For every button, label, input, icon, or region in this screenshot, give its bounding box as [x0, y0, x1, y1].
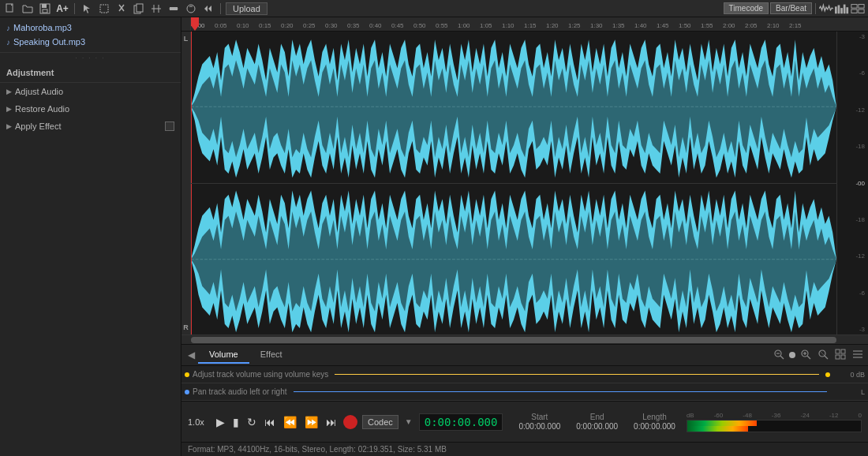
meter-bar-bottom — [687, 426, 748, 432]
zoom-fit-icon[interactable] — [816, 349, 830, 362]
copy-icon[interactable] — [132, 2, 146, 16]
playhead-L — [191, 32, 192, 183]
svg-rect-68 — [836, 355, 840, 359]
rewind-button[interactable]: ⏪ — [282, 414, 298, 430]
waveform-view-icon[interactable] — [819, 2, 833, 16]
adjust-audio-item[interactable]: ▶ Adjust Audio — [0, 83, 181, 100]
silence-icon[interactable] — [166, 2, 181, 16]
reverse-icon[interactable] — [201, 2, 215, 16]
timeline-ruler: 0:00 0:05 0:10 0:15 0:20 0:25 0:30 0:35 … — [191, 17, 836, 31]
upload-button[interactable]: Upload — [226, 2, 268, 15]
play-button[interactable]: ▶ — [215, 414, 226, 430]
tab-right-controls — [772, 349, 865, 362]
svg-text:1:25: 1:25 — [568, 22, 581, 29]
fast-forward-button[interactable]: ⏩ — [303, 414, 320, 430]
save-icon[interactable] — [38, 2, 52, 16]
track-item-2[interactable]: ♪ Speaking Out.mp3 — [0, 35, 181, 49]
svg-text:1:50: 1:50 — [679, 22, 691, 29]
select-icon[interactable] — [97, 2, 111, 16]
mix-icon[interactable] — [184, 2, 198, 16]
svg-text:0:25: 0:25 — [303, 22, 316, 29]
status-text: Format: MP3, 44100Hz, 16-bits, Stereo, L… — [188, 445, 447, 454]
track-name-1: Mahoroba.mp3 — [13, 23, 72, 32]
stop-button[interactable]: ▮ — [231, 414, 241, 430]
length-val: 0:00:00.000 — [634, 422, 675, 431]
svg-text:2:00: 2:00 — [723, 22, 735, 29]
svg-text:1:30: 1:30 — [590, 22, 603, 29]
svg-text:0:05: 0:05 — [215, 22, 227, 29]
barbeat-button[interactable]: Bar/Beat — [770, 2, 812, 14]
db-label-00: -00 — [839, 180, 866, 187]
svg-text:1:20: 1:20 — [546, 22, 559, 29]
skip-start-button[interactable]: ⏮ — [263, 414, 277, 430]
trim-icon[interactable] — [149, 2, 163, 16]
svg-text:0:30: 0:30 — [325, 22, 338, 29]
track-list: ♪ Mahoroba.mp3 ♪ Speaking Out.mp3 — [0, 17, 181, 53]
toolbar-right: Timecode Bar/Beat — [724, 2, 865, 16]
cut-icon[interactable] — [114, 2, 129, 16]
db-label-12: -12 — [839, 107, 866, 114]
db-label-3-bot: -3 — [839, 326, 866, 333]
effect-square-icon[interactable] — [165, 121, 174, 131]
svg-line-65 — [820, 351, 825, 356]
level-meter-container: dB -60 -48 -36 -24 -12 0 — [687, 412, 862, 432]
svg-text:1:35: 1:35 — [612, 22, 625, 29]
apply-effect-label: Apply Effect — [15, 121, 62, 131]
tab-effect[interactable]: Effect — [249, 346, 294, 364]
tabs-bar: ◀ Volume Effect — [181, 344, 868, 366]
separator-2 — [220, 3, 221, 14]
record-button[interactable] — [343, 415, 357, 429]
svg-line-60 — [807, 356, 810, 359]
timeline-header: 0:00 0:05 0:10 0:15 0:20 0:25 0:30 0:35 … — [181, 17, 868, 32]
waveform-track-R — [191, 184, 836, 335]
loop-button[interactable]: ↻ — [245, 414, 258, 430]
svg-text:2:15: 2:15 — [789, 22, 802, 29]
settings-icon[interactable] — [851, 349, 865, 362]
spectrum-view-icon[interactable] — [835, 2, 849, 16]
zoom-in-icon[interactable] — [799, 349, 813, 362]
panel-dots: · · · · · — [0, 53, 181, 63]
scrollbar-thumb[interactable] — [191, 337, 836, 343]
svg-text:1:45: 1:45 — [657, 22, 669, 29]
cursor-icon[interactable] — [80, 2, 94, 16]
svg-text:2:10: 2:10 — [767, 22, 780, 29]
new-icon[interactable] — [3, 2, 17, 16]
open-icon[interactable] — [21, 2, 35, 16]
tab-scroll-left[interactable]: ◀ — [185, 349, 198, 361]
skip-end-button[interactable]: ⏭ — [324, 414, 339, 430]
font-size-icon[interactable]: A+ — [55, 2, 69, 16]
svg-text:1:05: 1:05 — [480, 22, 492, 29]
automation-line-1 — [335, 374, 819, 375]
svg-rect-14 — [838, 5, 840, 13]
svg-text:1:10: 1:10 — [502, 22, 514, 29]
grid-view-icon[interactable] — [851, 2, 865, 16]
main-area: ♪ Mahoroba.mp3 ♪ Speaking Out.mp3 · · · … — [0, 17, 868, 456]
grid-icon[interactable] — [833, 349, 847, 362]
scrollbar-track[interactable] — [191, 337, 836, 343]
codec-dropdown-arrow[interactable]: ▼ — [403, 417, 414, 426]
svg-text:1:40: 1:40 — [634, 22, 647, 29]
zoom-out-icon[interactable] — [772, 349, 786, 362]
track-item-1[interactable]: ♪ Mahoroba.mp3 — [0, 21, 181, 35]
adjust-audio-label: Adjust Audio — [15, 87, 63, 96]
svg-text:1:15: 1:15 — [524, 22, 537, 29]
automation-dot-1 — [185, 372, 189, 377]
separator-3 — [815, 3, 816, 14]
restore-audio-item[interactable]: ▶ Restore Audio — [0, 100, 181, 118]
svg-rect-2 — [42, 4, 47, 8]
svg-rect-20 — [851, 9, 857, 13]
speed-display: 1.0x — [188, 417, 210, 427]
codec-button[interactable]: Codec — [362, 415, 398, 429]
end-label: End — [590, 413, 604, 421]
volume-slider-dot[interactable] — [789, 352, 795, 358]
scrollbar-area[interactable] — [181, 335, 868, 344]
automation-dot-right-1 — [825, 372, 830, 377]
end-section: End 0:00:00.000 — [576, 413, 618, 431]
track-name-2: Speaking Out.mp3 — [13, 37, 85, 47]
timecode-button[interactable]: Timecode — [724, 2, 769, 14]
svg-text:2:05: 2:05 — [745, 22, 758, 29]
db-label-6b: -6 — [839, 290, 866, 297]
level-meter — [687, 420, 862, 432]
apply-effect-item[interactable]: ▶ Apply Effect — [0, 118, 181, 135]
tab-volume[interactable]: Volume — [198, 346, 249, 364]
